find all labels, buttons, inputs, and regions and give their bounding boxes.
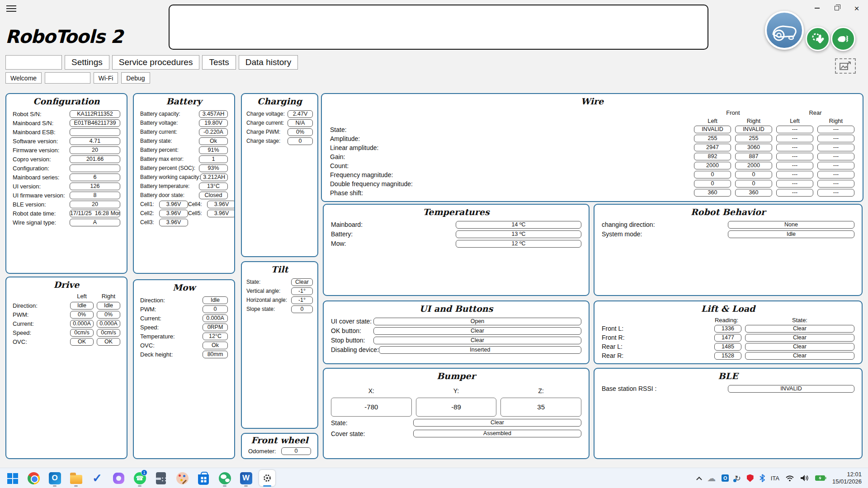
wifi-icon[interactable]	[785, 475, 794, 482]
tray-chevron-up-icon[interactable]	[697, 476, 701, 480]
subtab-system-view[interactable]: System view	[45, 72, 90, 84]
tab-data-history[interactable]: Data history	[239, 55, 298, 70]
field-label: Firmware version:	[13, 147, 70, 154]
field-value: 6	[70, 174, 120, 181]
tab-information[interactable]: Information	[5, 55, 62, 70]
ui-button-row: OK button: Clear	[331, 326, 581, 335]
config-row: Configuration:	[13, 164, 120, 173]
drive-row: OVC: OK OK	[13, 337, 120, 346]
volume-icon[interactable]	[800, 474, 809, 482]
reading-value: 1336	[714, 325, 741, 333]
taskbar-icon-outlook[interactable]: O	[46, 469, 63, 487]
field-label: State:	[246, 279, 291, 285]
field-value: Idle	[728, 230, 854, 238]
reading-value: 1477	[714, 334, 741, 342]
todo-check-icon: ✓	[92, 472, 102, 484]
field-value: 14 ºC	[456, 221, 581, 229]
field-value: 3.457AH	[199, 110, 228, 118]
field-label: Battery voltage:	[140, 120, 199, 126]
field-value: A	[70, 219, 120, 226]
wire-rear-left-value: ---	[776, 189, 813, 197]
panel-title: Lift & Load	[594, 304, 862, 314]
headlight-icon	[835, 31, 851, 47]
minimize-button[interactable]	[810, 3, 824, 14]
charging-row: Charge current: N/A	[246, 118, 313, 127]
panel-title: Configuration	[6, 96, 127, 106]
onedrive-cloud-icon[interactable]: ☁	[707, 473, 716, 483]
field-value: Idle	[203, 296, 228, 304]
active-app-indicator	[263, 485, 271, 487]
taskbar-icon-robotools[interactable]	[259, 469, 276, 487]
battery-row: Battery voltage: 19.80V	[140, 118, 228, 127]
hamburger-menu-icon[interactable]	[6, 5, 16, 13]
taskbar-icon-word[interactable]: W	[237, 469, 255, 487]
tilt-row: State: Clear	[246, 277, 313, 286]
wire-rear-right-value: ---	[817, 153, 854, 160]
tab-tests[interactable]: Tests	[202, 55, 236, 70]
field-label: Charge PWM:	[246, 129, 288, 135]
field-value: Clear	[373, 327, 581, 335]
field-label: Mainboard ESB:	[13, 129, 70, 136]
subtab-welcome[interactable]: Welcome	[5, 72, 42, 84]
lift-and-load-panel: Lift & Load Reading: State: Front L: 133…	[594, 300, 863, 364]
field-value: 8	[70, 192, 120, 199]
taskbar-icon-chrome[interactable]	[25, 469, 42, 487]
headlight-button[interactable]	[831, 27, 855, 51]
bumper-panel: Bumper X: Y: Z: -780 -89 35 State: Clear…	[323, 368, 590, 459]
field-value: 0	[288, 137, 313, 145]
taskbar-icon-loop[interactable]	[110, 469, 127, 487]
field-value: Open	[373, 318, 581, 325]
ui-button-row: Disabling device: Inserted	[331, 345, 581, 354]
drive-column-headers: Left Right	[6, 293, 127, 301]
firmware-update-button[interactable]	[806, 27, 830, 51]
sync-icon[interactable]: ↻	[735, 474, 741, 483]
subtab-debug[interactable]: Debug	[121, 72, 150, 84]
tray-date: 15/01/2026	[832, 478, 862, 485]
bluetooth-icon[interactable]	[760, 474, 765, 482]
config-row: BLE version: 20	[13, 200, 120, 209]
front-wheel-row: Odometer: 0	[248, 446, 311, 455]
robot-mower-button[interactable]	[765, 11, 804, 50]
taskbar-icon-file-explorer[interactable]	[67, 469, 85, 487]
field-label: Battery percent:	[140, 147, 199, 153]
close-button[interactable]: ×	[850, 3, 863, 14]
export-image-icon	[840, 61, 851, 70]
tray-clock[interactable]: 12:01 15/01/2026	[832, 471, 862, 486]
field-value: 19.80V	[199, 119, 228, 127]
battery-cell: Cell5: 3.96V	[188, 209, 235, 218]
taskbar-icon-calculator[interactable]	[152, 469, 170, 487]
wire-rear-left-value: ---	[776, 135, 813, 142]
tab-service-procedures[interactable]: Service procedures	[112, 55, 200, 70]
mcafee-shield-icon[interactable]	[747, 474, 754, 482]
taskbar-icon-paint[interactable]	[174, 469, 191, 487]
taskbar-icon-store[interactable]	[195, 469, 212, 487]
panel-title: Front wheel	[242, 435, 317, 445]
taskbar-start-button[interactable]	[4, 469, 21, 487]
bumper-state-row: Cover state: Assembled	[324, 429, 589, 438]
restore-button[interactable]	[830, 3, 844, 14]
field-label: Robot S/N:	[13, 111, 70, 117]
wire-front-left-value: 0	[694, 180, 731, 188]
taskbar-icon-todo[interactable]: ✓	[89, 469, 106, 487]
export-image-button[interactable]	[835, 58, 856, 74]
cell-value: 3.96V	[159, 219, 188, 226]
field-label: Mainboard series:	[13, 174, 70, 181]
ble-panel: BLE Base station RSSI : INVALID	[594, 368, 863, 459]
language-indicator[interactable]: ITA	[771, 475, 779, 482]
config-row: Mainboard series: 6	[13, 173, 120, 182]
field-label: Odometer:	[248, 448, 281, 455]
battery-icon[interactable]	[815, 475, 826, 481]
field-value: 4.71	[70, 137, 120, 145]
configuration-panel: Configuration Robot S/N: KA112R11352 Mai…	[5, 93, 127, 274]
field-value: Closed	[199, 192, 228, 199]
wire-front-left-value: 2947	[694, 144, 731, 151]
taskbar-icon-wechat[interactable]	[216, 469, 233, 487]
outlook-tray-icon[interactable]: O	[722, 474, 729, 482]
taskbar-icon-whatsapp[interactable]: ☎1	[131, 469, 148, 487]
lift-load-headers: Reading: State:	[594, 317, 862, 324]
tab-settings[interactable]: Settings	[65, 55, 109, 70]
wire-front-right-value: 255	[735, 135, 772, 142]
subtab-wifi[interactable]: Wi-Fi	[94, 72, 118, 84]
temperatures-panel: Temperatures Mainboard: 14 ºC Battery: 1…	[323, 204, 590, 296]
wire-rear-right-value: ---	[817, 126, 854, 133]
